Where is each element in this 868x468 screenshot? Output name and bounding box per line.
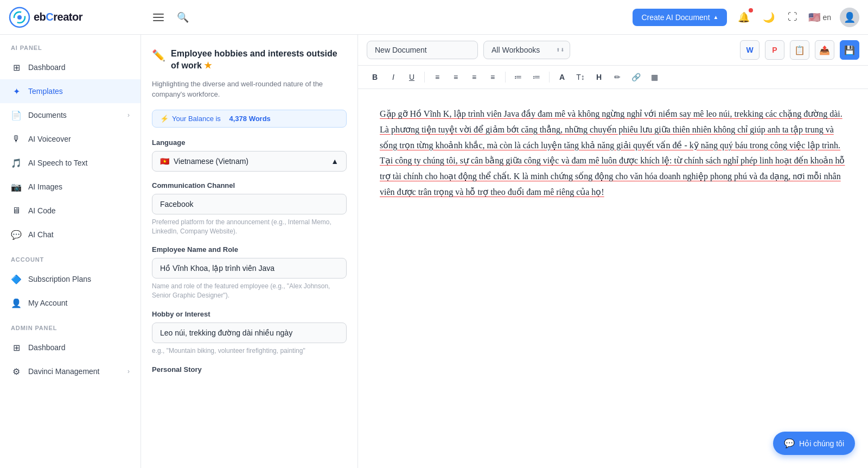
account-label: ACCOUNT xyxy=(0,246,141,267)
format-divider xyxy=(549,72,550,83)
chevron-right-icon: › xyxy=(127,111,130,119)
images-icon: 📷 xyxy=(11,181,22,192)
avatar[interactable]: 👤 xyxy=(840,8,859,27)
language-select[interactable]: 🇻🇳 Vietnamese (Vietnam) ▲ xyxy=(152,151,347,172)
hamburger-line xyxy=(153,14,164,15)
align-center-button[interactable]: ≡ xyxy=(448,69,464,85)
share-button[interactable]: 📤 xyxy=(815,40,834,60)
sidebar-item-ai-images[interactable]: 📷 AI Images xyxy=(0,175,141,199)
sidebar: AI PANEL ⊞ Dashboard ✦ Templates 📄 Docum… xyxy=(0,35,141,468)
export-word-button[interactable]: W xyxy=(740,40,760,60)
sidebar-item-label: Dashboard xyxy=(28,63,66,72)
admin-panel-label: ADMIN PANEL xyxy=(0,315,141,336)
sidebar-item-label: Templates xyxy=(28,87,63,96)
employee-input[interactable] xyxy=(152,258,347,279)
sidebar-item-label: My Account xyxy=(28,299,67,307)
notifications-button[interactable]: 🔔 xyxy=(736,9,752,26)
sidebar-item-label: Davinci Management xyxy=(28,367,100,376)
sidebar-item-my-account[interactable]: 👤 My Account xyxy=(0,291,141,315)
templates-icon: ✦ xyxy=(11,86,22,97)
sidebar-item-dashboard[interactable]: ⊞ Dashboard xyxy=(0,55,141,79)
sidebar-item-ai-voiceover[interactable]: 🎙 AI Voiceover xyxy=(0,127,141,151)
link-button[interactable]: 🔗 xyxy=(628,69,644,85)
align-justify-button[interactable]: ≡ xyxy=(484,69,501,85)
balance-value: 4,378 Words xyxy=(229,115,270,123)
bold-button[interactable]: B xyxy=(367,69,383,85)
font-size-button[interactable]: T↕ xyxy=(572,69,589,85)
search-button[interactable]: 🔍 xyxy=(174,8,192,27)
menu-toggle-button[interactable] xyxy=(150,10,167,24)
sidebar-item-label: Documents xyxy=(28,111,67,119)
chat-bubble-button[interactable]: 💬 Hỏi chúng tôi xyxy=(773,432,855,455)
hamburger-line xyxy=(153,20,164,21)
ai-panel-label: AI PANEL xyxy=(0,35,141,55)
sidebar-item-ai-speech-to-text[interactable]: 🎵 AI Speech to Text xyxy=(0,151,141,175)
workbook-wrapper: All Workbooks xyxy=(483,41,570,59)
balance-label: Your Balance is xyxy=(172,115,221,123)
sidebar-item-label: AI Images xyxy=(28,182,62,191)
code-icon: 🖥 xyxy=(11,205,22,216)
content-area: ✏️ Employee hobbies and interests outsid… xyxy=(141,35,868,468)
sidebar-item-documents[interactable]: 📄 Documents › xyxy=(0,103,141,127)
word-icon: W xyxy=(746,46,753,54)
create-ai-document-button[interactable]: Create AI Document ▲ xyxy=(633,9,727,26)
language-button[interactable]: 🇺🇸 en xyxy=(808,11,831,23)
unordered-list-button[interactable]: ≔ xyxy=(528,69,545,85)
align-right-button[interactable]: ≡ xyxy=(466,69,482,85)
document-title-input[interactable] xyxy=(367,41,478,59)
sidebar-item-label: AI Chat xyxy=(28,230,54,239)
sidebar-item-templates[interactable]: ✦ Templates xyxy=(0,79,141,103)
personal-story-group: Personal Story xyxy=(152,365,347,374)
save-button[interactable]: 💾 xyxy=(840,40,859,60)
header: ebCreator 🔍 Create AI Document ▲ 🔔 🌙 ⛶ 🇺… xyxy=(0,0,868,35)
employee-hint: Name and role of the featured employee (… xyxy=(152,282,347,300)
create-ai-label: Create AI Document xyxy=(641,13,710,22)
pen-button[interactable]: ✏ xyxy=(609,69,626,85)
chevron-right-icon: › xyxy=(127,368,130,375)
dark-mode-button[interactable]: 🌙 xyxy=(761,9,777,26)
align-left-button[interactable]: ≡ xyxy=(429,69,445,85)
chat-bubble-label: Hỏi chúng tôi xyxy=(799,439,844,448)
lang-code: en xyxy=(822,13,831,22)
table-button[interactable]: ▦ xyxy=(646,69,662,85)
template-subtitle: Highlighting the diverse and well-rounde… xyxy=(152,79,347,100)
export-pdf-button[interactable]: P xyxy=(765,40,784,60)
speech-icon: 🎵 xyxy=(11,157,22,168)
chevron-up-icon: ▲ xyxy=(331,157,339,166)
header-center: 🔍 xyxy=(150,8,633,27)
editor-text: Gặp gỡ Hồ Vĩnh K, lập trình viên Java đầ… xyxy=(380,106,846,200)
italic-button[interactable]: I xyxy=(385,69,401,85)
employee-field-group: Employee Name and Role Name and role of … xyxy=(152,245,347,300)
sidebar-item-davinci[interactable]: ⚙ Davinci Management › xyxy=(0,359,141,383)
hobby-input[interactable] xyxy=(152,322,347,343)
ordered-list-button[interactable]: ≔ xyxy=(510,69,526,85)
editor-content[interactable]: Gặp gỡ Hồ Vĩnh K, lập trình viên Java đầ… xyxy=(358,89,868,468)
channel-input[interactable] xyxy=(152,194,347,214)
language-value: Vietnamese (Vietnam) xyxy=(174,157,248,166)
flag-icon: 🇺🇸 xyxy=(808,11,820,23)
chat-icon: 💬 xyxy=(11,229,22,240)
copy-button[interactable]: 📋 xyxy=(790,40,809,60)
underline-button[interactable]: U xyxy=(404,69,420,85)
documents-icon: 📄 xyxy=(11,110,22,121)
voiceover-icon: 🎙 xyxy=(11,134,22,144)
heading-button[interactable]: H xyxy=(591,69,607,85)
channel-label: Communication Channel xyxy=(152,181,347,189)
sidebar-item-subscription[interactable]: 🔷 Subscription Plans xyxy=(0,267,141,291)
share-icon: 📤 xyxy=(819,45,830,55)
subscription-icon: 🔷 xyxy=(11,274,22,284)
editor-toolbar-top: All Workbooks W P 📋 📤 💾 xyxy=(358,35,868,66)
sidebar-item-admin-dashboard[interactable]: ⊞ Dashboard xyxy=(0,336,141,359)
workbook-select[interactable]: All Workbooks xyxy=(483,41,570,59)
personal-story-label: Personal Story xyxy=(152,365,347,374)
font-color-button[interactable]: A xyxy=(554,69,570,85)
fullscreen-button[interactable]: ⛶ xyxy=(786,9,800,25)
sidebar-item-label: AI Speech to Text xyxy=(28,159,87,167)
template-icon: ✏️ xyxy=(152,49,165,62)
sidebar-item-ai-code[interactable]: 🖥 AI Code xyxy=(0,199,141,223)
channel-hint: Preferred platform for the announcement … xyxy=(152,218,347,236)
chat-bubble-icon: 💬 xyxy=(784,438,795,448)
format-divider xyxy=(424,72,425,83)
sidebar-item-ai-chat[interactable]: 💬 AI Chat xyxy=(0,223,141,246)
star-icon: ★ xyxy=(204,61,212,70)
